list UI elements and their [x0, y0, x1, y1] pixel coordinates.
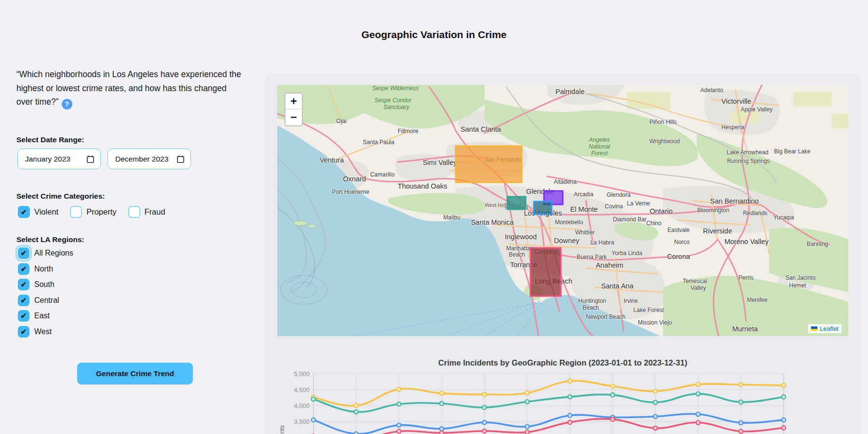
option-all-regions: ✔All Regions — [18, 247, 73, 259]
chart-line-series-teal — [313, 394, 784, 412]
research-question-text: “Which neighborhoods in Los Angeles have… — [16, 69, 241, 107]
checkbox-south[interactable]: ✔ — [18, 279, 29, 290]
chart-point-series-teal[interactable] — [525, 400, 529, 404]
chart-point-series-teal[interactable] — [696, 392, 700, 395]
zoom-in-button[interactable]: + — [285, 94, 302, 109]
chart-point-series-teal[interactable] — [397, 402, 401, 406]
chart-point-series-pink[interactable] — [653, 426, 657, 430]
leaflet-map[interactable]: PalmdaleAdelantoVictorvilleApple ValleyP… — [277, 85, 848, 336]
chart-point-series-yellow[interactable] — [482, 393, 486, 396]
checkbox-label: South — [34, 280, 54, 289]
chart-point-series-pink[interactable] — [440, 431, 444, 434]
option-west: ✔West — [18, 326, 73, 338]
checkbox-property[interactable] — [70, 206, 82, 218]
chart-point-series-pink[interactable] — [610, 417, 614, 421]
checkbox-label: All Regions — [34, 249, 73, 258]
checkbox-fraud[interactable] — [128, 206, 140, 218]
chart-point-series-yellow[interactable] — [440, 391, 444, 395]
chart-point-series-blue[interactable] — [739, 420, 743, 424]
chart-point-series-teal[interactable] — [568, 395, 572, 399]
chart-point-series-pink[interactable] — [782, 426, 786, 430]
chart-point-series-teal[interactable] — [312, 397, 315, 401]
chart-title: Crime Incidents by GeoGraphic Region (20… — [277, 354, 848, 369]
chart-point-series-pink[interactable] — [397, 429, 401, 433]
checkbox-violent[interactable]: ✔ — [18, 206, 30, 218]
crime-trend-chart: Crime Incidents by GeoGraphic Region (20… — [277, 354, 849, 434]
chart-point-series-teal[interactable] — [739, 400, 743, 404]
map-zoom-control: + − — [285, 93, 303, 126]
chart-point-series-yellow[interactable] — [696, 382, 700, 386]
zoom-out-button[interactable]: − — [285, 109, 302, 125]
generate-crime-trend-button[interactable]: Generate Crime Trend — [77, 363, 193, 384]
chart-point-series-blue[interactable] — [482, 420, 486, 424]
chart-point-series-teal[interactable] — [482, 406, 486, 409]
map-island — [308, 224, 316, 228]
chart-point-series-pink[interactable] — [525, 430, 529, 434]
checkbox-west[interactable]: ✔ — [18, 326, 29, 338]
chart-canvas: 05001,0001,5002,0002,5003,0003,5004,0004… — [277, 369, 848, 434]
chart-y-tick: 4,500 — [294, 386, 310, 393]
chart-point-series-teal[interactable] — [440, 402, 444, 406]
crime-categories-label: Select Crime Categories: — [16, 192, 105, 201]
chart-point-series-yellow[interactable] — [525, 391, 529, 395]
chart-point-series-yellow[interactable] — [610, 384, 614, 388]
chart-point-series-blue[interactable] — [696, 412, 700, 416]
chart-point-series-pink[interactable] — [739, 429, 743, 433]
app-root: { "page": { "title": "Geographic Variati… — [0, 0, 868, 434]
regions-label: Select LA Regions: — [16, 235, 84, 244]
map-field-area — [731, 111, 760, 123]
crime-categories-group: ✔ViolentPropertyFraud — [18, 206, 165, 218]
checkbox-east[interactable]: ✔ — [18, 310, 29, 322]
chart-point-series-yellow[interactable] — [354, 404, 358, 407]
checkbox-central[interactable]: ✔ — [18, 295, 29, 306]
checkbox-north[interactable]: ✔ — [18, 263, 29, 275]
regions-group: ✔All Regions✔North✔South✔Central✔East✔We… — [18, 247, 73, 341]
date-range-row: January 2023 December 2023 — [17, 149, 191, 169]
visualization-card: PalmdaleAdelantoVictorvilleApple ValleyP… — [266, 74, 860, 434]
chart-point-series-pink[interactable] — [696, 420, 700, 424]
map-tiles — [277, 85, 848, 336]
chart-point-series-teal[interactable] — [653, 400, 657, 404]
ukraine-flag-icon — [811, 326, 817, 331]
chart-point-series-blue[interactable] — [568, 413, 572, 417]
start-month-input[interactable]: January 2023 — [17, 149, 101, 169]
map-attribution: Leaflet — [808, 324, 841, 333]
map-urban-area — [445, 142, 527, 178]
checkbox-label: East — [34, 312, 50, 320]
chart-y-axis-label: Number of Incidents — [278, 425, 285, 434]
chart-point-series-yellow[interactable] — [568, 379, 572, 383]
map-island — [294, 221, 307, 226]
option-north: ✔North — [18, 263, 73, 275]
option-central: ✔Central — [18, 294, 73, 307]
chart-point-series-yellow[interactable] — [782, 383, 786, 387]
chart-point-series-blue[interactable] — [354, 432, 358, 434]
calendar-icon[interactable] — [87, 155, 94, 163]
page-title: Geographic Variation in Crime — [0, 29, 868, 41]
chart-point-series-teal[interactable] — [782, 395, 786, 399]
help-icon[interactable]: ? — [62, 99, 72, 109]
chart-point-series-blue[interactable] — [782, 418, 786, 422]
chart-point-series-blue[interactable] — [312, 418, 315, 422]
end-month-input[interactable]: December 2023 — [108, 149, 191, 169]
chart-point-series-teal[interactable] — [610, 393, 614, 397]
chart-point-series-blue[interactable] — [397, 423, 401, 427]
chart-y-tick: 3,500 — [294, 418, 310, 425]
chart-point-series-blue[interactable] — [653, 415, 657, 419]
chart-point-series-pink[interactable] — [568, 420, 572, 424]
chart-line-series-blue — [313, 414, 784, 434]
checkbox-label: Violent — [34, 207, 58, 217]
chart-point-series-yellow[interactable] — [653, 389, 657, 393]
chart-point-series-pink[interactable] — [482, 429, 486, 433]
chart-point-series-yellow[interactable] — [739, 383, 743, 387]
checkbox-all-regions[interactable]: ✔ — [18, 247, 29, 259]
chart-y-tick: 5,000 — [294, 370, 310, 378]
calendar-icon[interactable] — [177, 155, 184, 163]
map-field-area — [793, 92, 832, 107]
checkbox-label: North — [34, 265, 53, 273]
leaflet-link[interactable]: Leaflet — [820, 325, 839, 332]
chart-point-series-blue[interactable] — [440, 427, 444, 431]
chart-point-series-yellow[interactable] — [397, 387, 401, 391]
chart-point-series-teal[interactable] — [354, 410, 358, 414]
chart-point-series-blue[interactable] — [525, 424, 529, 428]
map-urban-area — [395, 154, 454, 181]
